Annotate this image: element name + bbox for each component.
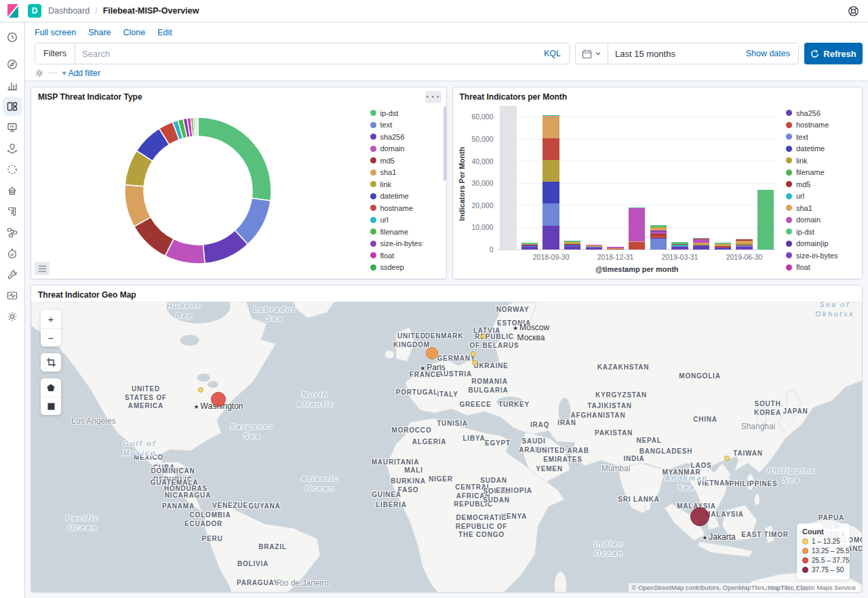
kql-button[interactable]: KQL [536, 43, 569, 64]
stacked-bar-1[interactable] [521, 243, 538, 250]
legend-item-filename[interactable]: filename [370, 228, 443, 236]
sidebar-item-discover[interactable] [3, 55, 22, 74]
stacked-bar-6[interactable] [629, 207, 645, 250]
sidebar-item-recently-viewed[interactable] [3, 28, 22, 47]
legend-item-sha512[interactable]: sha512 [786, 275, 859, 277]
legend-item-sha256[interactable]: sha256 [370, 133, 443, 141]
bar-plot-area[interactable]: 010,00020,00030,00040,00050,00060,000 [498, 106, 777, 250]
full-screen-link[interactable]: Full screen [35, 28, 76, 37]
stacked-bar-12[interactable] [757, 190, 774, 250]
legend-item-sha512[interactable]: sha512 [370, 275, 443, 277]
bar-segment-sha256[interactable] [564, 246, 580, 250]
bar-segment-hostname[interactable] [542, 138, 559, 160]
share-link[interactable]: Share [88, 28, 111, 37]
geo-point-marker[interactable] [426, 347, 438, 359]
sidebar-item-maps[interactable] [3, 139, 22, 158]
bar-segment-sha256[interactable] [586, 247, 602, 250]
stacked-bar-5[interactable] [607, 247, 623, 250]
stacked-bar-7[interactable] [650, 225, 667, 250]
panel-options-button[interactable]: • • • [425, 91, 441, 103]
sidebar-item-uptime[interactable] [3, 244, 22, 263]
legend-item-datetime[interactable]: datetime [370, 192, 443, 200]
bar-segment-text[interactable] [650, 239, 667, 250]
draw-polygon-button[interactable] [41, 378, 61, 397]
bar-segment-domain[interactable] [629, 208, 645, 241]
legend-item-ip-dst[interactable]: ip-dst [786, 228, 859, 236]
bar-segment-hostname[interactable] [607, 249, 623, 250]
sidebar-item-stack-monitoring[interactable] [3, 286, 22, 305]
sidebar-item-metrics[interactable] [3, 181, 22, 200]
bar-segment-hostname[interactable] [629, 242, 645, 250]
help-button[interactable] [844, 1, 863, 20]
bar-segment-sha1[interactable] [542, 116, 559, 138]
legend-item-md5[interactable]: md5 [370, 157, 443, 165]
legend-item-ip-dst[interactable]: ip-dst [370, 109, 443, 117]
bar-segment-sha256[interactable] [715, 247, 731, 250]
legend-item-url[interactable]: url [786, 192, 859, 200]
fit-bounds-button[interactable] [41, 353, 61, 372]
bar-segment-text[interactable] [542, 203, 559, 226]
sidebar-item-visualize[interactable] [3, 76, 22, 95]
space-avatar[interactable]: D [28, 4, 41, 18]
legend-item-size-in-bytes[interactable]: size-in-bytes [370, 239, 443, 247]
bar-segment-sha256[interactable] [521, 247, 538, 250]
time-range-value[interactable]: Last 15 months [608, 43, 738, 64]
stacked-bar-4[interactable] [586, 245, 602, 250]
legend-item-hostname[interactable]: hostname [370, 204, 443, 212]
legend-item-domain|ip[interactable]: domain|ip [786, 239, 859, 247]
stacked-bar-10[interactable] [715, 243, 731, 250]
bar-segment-sha256[interactable] [693, 245, 709, 250]
sidebar-item-canvas[interactable] [3, 118, 22, 137]
kibana-logo[interactable] [0, 0, 25, 22]
geo-point-marker[interactable] [472, 360, 477, 365]
clone-link[interactable]: Clone [123, 28, 146, 37]
legend-item-datetime[interactable]: datetime [786, 144, 859, 153]
calendar-button[interactable] [576, 43, 608, 64]
bar-segment-link[interactable] [542, 160, 559, 182]
geo-point-marker[interactable] [481, 334, 486, 339]
legend-scrollbar[interactable] [443, 106, 446, 181]
donut-slice-other[interactable] [195, 117, 198, 136]
legend-item-md5[interactable]: md5 [786, 180, 859, 188]
bar-segment-sha256[interactable] [736, 247, 752, 250]
bar-segment-datetime[interactable] [542, 182, 559, 203]
add-filter-button[interactable]: + Add filter [62, 68, 100, 78]
sidebar-item-apm[interactable] [3, 223, 22, 242]
legend-item-size-in-bytes[interactable]: size-in-bytes [786, 252, 859, 260]
filters-button[interactable]: Filters [35, 43, 75, 64]
legend-item-filename[interactable]: filename [786, 168, 859, 176]
legend-item-float[interactable]: float [370, 252, 443, 260]
legend-item-sha1[interactable]: sha1 [786, 204, 859, 212]
sidebar-item-dev-tools[interactable] [3, 265, 22, 284]
stacked-bar-3[interactable] [564, 241, 580, 250]
legend-item-domain[interactable]: domain [370, 144, 443, 153]
geo-point-marker[interactable] [211, 392, 226, 407]
geo-point-marker[interactable] [198, 387, 203, 393]
zoom-in-button[interactable]: + [41, 310, 61, 328]
show-dates-button[interactable]: Show dates [738, 43, 798, 64]
sidebar-item-dashboard[interactable] [3, 97, 22, 116]
legend-item-text[interactable]: text [786, 133, 859, 141]
legend-item-sha1[interactable]: sha1 [370, 168, 443, 176]
donut-slice-ip-dst[interactable] [198, 117, 271, 201]
geo-point-marker[interactable] [724, 456, 730, 461]
geo-map[interactable]: + − [31, 302, 862, 592]
breadcrumb-dashboard[interactable]: Dashboard [48, 6, 90, 16]
search-input[interactable] [75, 43, 536, 64]
legend-item-ssdeep[interactable]: ssdeep [370, 263, 443, 271]
legend-item-domain[interactable]: domain [786, 216, 859, 224]
legend-item-float[interactable]: float [786, 263, 859, 271]
sidebar-item-machine-learning[interactable] [3, 160, 22, 179]
zoom-out-button[interactable]: − [41, 328, 61, 346]
sidebar-item-logs[interactable] [3, 202, 22, 221]
draw-rectangle-button[interactable] [41, 397, 61, 415]
refresh-button[interactable]: Refresh [804, 43, 863, 64]
legend-item-link[interactable]: link [786, 157, 859, 165]
legend-item-url[interactable]: url [370, 216, 443, 224]
legend-item-text[interactable]: text [370, 121, 443, 129]
geo-point-marker[interactable] [690, 507, 709, 526]
stacked-bar-0[interactable] [500, 106, 516, 250]
stacked-bar-9[interactable] [693, 238, 709, 250]
legend-toggle-button[interactable] [35, 262, 50, 275]
edit-link[interactable]: Edit [157, 28, 172, 37]
